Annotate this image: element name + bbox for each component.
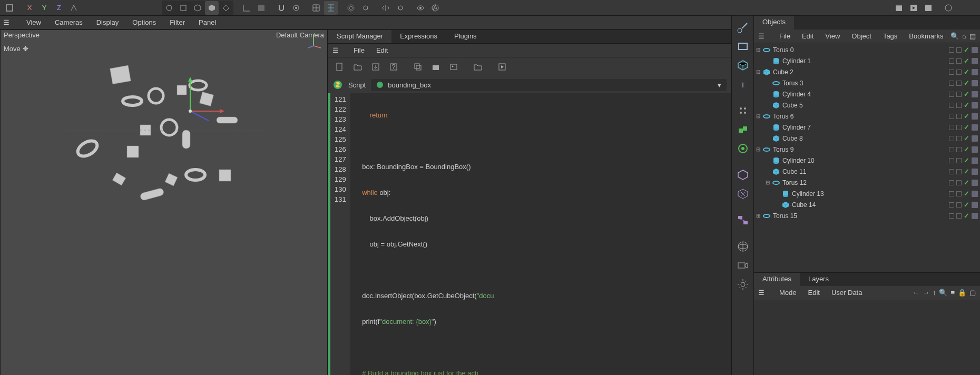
spline-pen-icon[interactable]	[734, 19, 751, 36]
hamburger-icon[interactable]: ☰	[3, 18, 13, 26]
gear-icon[interactable]	[359, 1, 373, 15]
viewport-3d[interactable]: Perspective Default Camera Move✥ Y	[0, 29, 328, 375]
obj-menu-file[interactable]: File	[777, 31, 792, 42]
search-icon[interactable]: 🔍	[939, 289, 947, 297]
render-settings-icon[interactable]	[922, 1, 935, 15]
layer-icon[interactable]: ▤	[969, 32, 976, 40]
tree-row[interactable]: ⊟Torus 12✓	[754, 177, 980, 188]
menu-display[interactable]: Display	[94, 17, 121, 28]
new-file-icon[interactable]	[332, 60, 347, 74]
symmetry-gear-icon[interactable]	[394, 1, 407, 15]
hamburger-icon[interactable]: ☰	[332, 46, 342, 54]
script-menu-edit[interactable]: Edit	[374, 45, 390, 56]
expand-toggle[interactable]: ⊟	[756, 47, 762, 53]
tree-row[interactable]: Cylinder 4✓	[754, 88, 980, 100]
prim-hex-icon[interactable]	[191, 1, 204, 15]
object-name[interactable]: Torus 6	[773, 113, 949, 120]
object-name[interactable]: Torus 9	[773, 146, 949, 153]
tree-row[interactable]: Torus 3✓	[754, 77, 980, 88]
object-flags[interactable]: ✓	[949, 112, 978, 120]
attr-menu-edit[interactable]: Edit	[806, 287, 822, 298]
up-icon[interactable]: ↑	[933, 289, 936, 297]
object-flags[interactable]: ✓	[949, 145, 978, 153]
object-name[interactable]: Torus 0	[773, 46, 949, 54]
menu-view[interactable]: View	[24, 17, 43, 28]
vp-pan-icon[interactable]: ✥	[916, 0, 929, 2]
help-icon[interactable]: ?	[386, 60, 401, 74]
object-tree[interactable]: ⊟Torus 0✓Cylinder 1✓⊟Cube 2✓Torus 3✓Cyli…	[754, 43, 980, 272]
obj-menu-tags[interactable]: Tags	[881, 31, 899, 42]
script-menu-file[interactable]: File	[351, 45, 367, 56]
object-flags[interactable]: ✓	[949, 123, 978, 131]
symmetry-icon[interactable]	[379, 1, 393, 15]
tab-expressions[interactable]: Expressions	[391, 30, 446, 43]
script-dropdown[interactable]: bounding_box ▾	[371, 79, 727, 91]
clapper-icon[interactable]	[892, 1, 906, 15]
tree-row[interactable]: ⊟Torus 6✓	[754, 111, 980, 122]
vp-zoom-icon[interactable]: ⇕	[932, 0, 945, 2]
back-icon[interactable]: ←	[913, 289, 919, 297]
menu-filter[interactable]: Filter	[168, 17, 187, 28]
text-icon[interactable]: T	[734, 76, 751, 93]
prim-poly-icon[interactable]	[219, 1, 233, 15]
prim-sphere-icon[interactable]	[162, 1, 176, 15]
menu-cameras[interactable]: Cameras	[53, 17, 85, 28]
maximize-icon[interactable]: ▢	[969, 289, 976, 297]
tree-row[interactable]: Cube 14✓	[754, 199, 980, 210]
attr-menu-userdata[interactable]: User Data	[829, 287, 865, 298]
scene-nodes-icon[interactable]	[734, 212, 751, 229]
expand-toggle[interactable]: ⊞	[756, 213, 762, 219]
home-icon[interactable]	[3, 1, 16, 15]
rectangle-icon[interactable]	[734, 38, 751, 55]
prim-cube-wire-icon[interactable]	[177, 1, 190, 15]
obj-menu-object[interactable]: Object	[849, 31, 874, 42]
object-flags[interactable]: ✓	[949, 79, 978, 87]
effector-icon[interactable]	[734, 140, 751, 157]
home-small-icon[interactable]: ⌂	[962, 32, 966, 40]
field-icon[interactable]	[734, 185, 751, 202]
tree-row[interactable]: Cylinder 13✓	[754, 188, 980, 199]
object-name[interactable]: Torus 3	[782, 80, 949, 87]
play-square-icon[interactable]	[495, 60, 509, 74]
open-folder-icon[interactable]	[350, 60, 365, 74]
workplane-grid-icon[interactable]	[309, 1, 323, 15]
object-flags[interactable]: ✓	[949, 190, 978, 198]
target-icon[interactable]	[344, 1, 358, 15]
tab-objects[interactable]: Objects	[754, 16, 794, 29]
object-flags[interactable]: ✓	[949, 156, 978, 164]
object-flags[interactable]: ✓	[949, 101, 978, 109]
hamburger-icon[interactable]: ☰	[758, 289, 768, 297]
tree-row[interactable]: Cube 11✓	[754, 166, 980, 177]
expand-toggle[interactable]: ⊟	[756, 146, 762, 152]
object-flags[interactable]: ✓	[949, 179, 978, 186]
tree-row[interactable]: ⊟Cube 2✓	[754, 66, 980, 77]
tree-row[interactable]: Cylinder 10✓	[754, 155, 980, 166]
vp-orbit-icon[interactable]: ⟲	[947, 0, 961, 2]
object-name[interactable]: Cube 11	[782, 168, 949, 175]
transform-gizmo-icon[interactable]	[185, 74, 232, 122]
menu-panel[interactable]: Panel	[197, 17, 218, 28]
object-name[interactable]: Cube 2	[773, 68, 949, 76]
axis-y-button[interactable]: Y	[37, 1, 51, 15]
world-axis-icon[interactable]	[67, 1, 81, 15]
axis-mode-icon[interactable]	[240, 1, 253, 15]
object-flags[interactable]: ✓	[949, 167, 978, 175]
lock-icon[interactable]: 🔒	[958, 289, 966, 297]
cube-icon[interactable]	[734, 57, 751, 74]
object-flags[interactable]: ✓	[949, 212, 978, 220]
tree-row[interactable]: ⊟Torus 0✓	[754, 44, 980, 55]
code-editor[interactable]: 121122123124125126127128129130131 return…	[328, 93, 731, 375]
menu-options[interactable]: Options	[130, 17, 158, 28]
obj-menu-view[interactable]: View	[823, 31, 842, 42]
object-name[interactable]: Cylinder 10	[782, 157, 949, 164]
globe-icon[interactable]	[734, 238, 751, 255]
download-icon[interactable]	[368, 60, 383, 74]
expand-toggle[interactable]: ⊟	[756, 69, 762, 75]
particle-icon[interactable]	[734, 102, 751, 119]
tree-row[interactable]: Cube 5✓	[754, 100, 980, 111]
object-name[interactable]: Cube 8	[782, 135, 949, 142]
hamburger-icon[interactable]: ☰	[758, 32, 768, 40]
expand-toggle[interactable]: ⊟	[766, 180, 772, 185]
clapper-small-icon[interactable]	[428, 60, 443, 74]
tree-row[interactable]: Cylinder 7✓	[754, 122, 980, 133]
